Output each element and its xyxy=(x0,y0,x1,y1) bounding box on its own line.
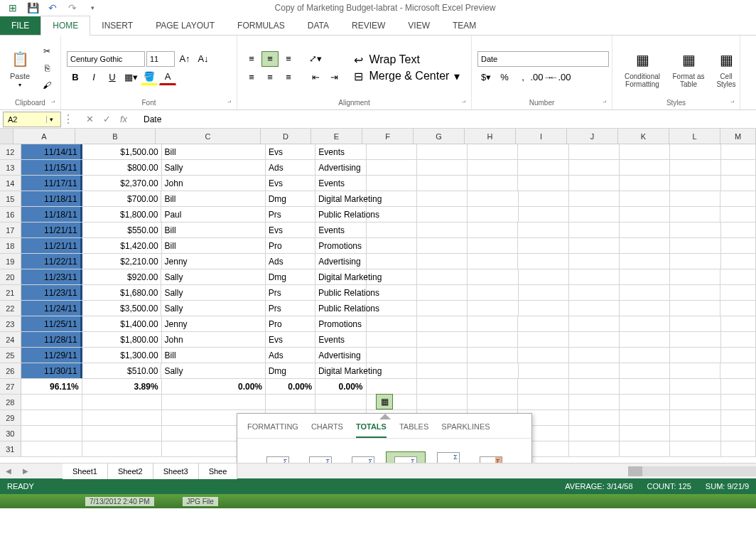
cell[interactable] xyxy=(417,363,468,378)
cell[interactable]: Evs xyxy=(266,223,315,237)
column-header-I[interactable]: I xyxy=(516,129,567,144)
cell[interactable] xyxy=(266,395,315,409)
sheet-tab-1[interactable]: Sheet1 xyxy=(63,464,108,479)
format-as-table-button[interactable]: ▦ Format as Table xyxy=(668,47,709,90)
cell[interactable] xyxy=(417,191,468,206)
cell[interactable] xyxy=(670,363,720,378)
tab-page-layout[interactable]: PAGE LAYOUT xyxy=(144,16,226,35)
cell[interactable] xyxy=(519,363,569,378)
row-header[interactable]: 30 xyxy=(0,426,21,441)
cell[interactable] xyxy=(569,426,620,441)
cell[interactable] xyxy=(670,223,720,237)
cell[interactable]: Digital Marketing xyxy=(315,191,367,206)
qa-item-average[interactable]: Average xyxy=(301,451,340,463)
cell[interactable] xyxy=(468,332,518,347)
increase-indent-icon[interactable]: ⇥ xyxy=(325,70,342,85)
cell[interactable] xyxy=(518,223,568,237)
cell[interactable] xyxy=(417,160,468,175)
cell[interactable] xyxy=(620,176,670,191)
cut-icon[interactable]: ✂ xyxy=(38,44,55,58)
cell[interactable] xyxy=(519,301,569,316)
cell[interactable]: 11/24/11 xyxy=(21,301,82,316)
cell[interactable] xyxy=(569,410,620,425)
align-center-icon[interactable]: ≡ xyxy=(261,70,279,85)
qa-tab-formatting[interactable]: FORMATTING xyxy=(247,422,298,438)
row-header[interactable]: 18 xyxy=(0,238,21,253)
cell[interactable]: Promotions xyxy=(315,238,366,253)
cell[interactable]: Advertising xyxy=(315,254,366,269)
conditional-formatting-button[interactable]: ▦ Conditional Formatting xyxy=(618,47,666,90)
percent-icon[interactable]: % xyxy=(496,70,513,85)
cell[interactable] xyxy=(620,160,670,175)
cell[interactable]: Sally xyxy=(161,301,265,316)
cell[interactable] xyxy=(721,316,756,331)
cell[interactable] xyxy=(620,441,670,456)
cell[interactable] xyxy=(569,254,620,269)
cell[interactable] xyxy=(518,254,568,269)
cell[interactable]: Pro xyxy=(266,238,315,253)
tab-file[interactable]: FILE xyxy=(0,16,40,35)
cell[interactable] xyxy=(720,301,756,316)
cell-styles-button[interactable]: ▦ Cell Styles xyxy=(711,47,742,90)
cell[interactable] xyxy=(417,144,468,159)
cell[interactable] xyxy=(367,176,417,191)
cell[interactable]: Promotions xyxy=(315,316,366,331)
cell[interactable] xyxy=(367,191,417,206)
cell[interactable] xyxy=(620,207,670,222)
cell[interactable] xyxy=(417,207,468,222)
cell[interactable] xyxy=(569,395,620,409)
cell[interactable] xyxy=(519,285,569,300)
row-header[interactable]: 21 xyxy=(0,285,21,300)
cell[interactable] xyxy=(21,426,82,441)
cell[interactable]: $700.00 xyxy=(82,191,162,206)
cell[interactable] xyxy=(519,191,569,206)
cell[interactable]: $1,800.00 xyxy=(82,207,162,222)
fill-color-button[interactable]: 🪣 xyxy=(141,70,158,85)
cell[interactable] xyxy=(367,363,417,378)
cell[interactable] xyxy=(721,395,756,409)
cell[interactable]: Dmg xyxy=(266,269,315,284)
redo-icon[interactable]: ↷ xyxy=(65,1,80,15)
cell[interactable] xyxy=(720,207,756,222)
cell[interactable] xyxy=(518,316,568,331)
cell[interactable] xyxy=(721,379,756,394)
cell[interactable] xyxy=(620,316,670,331)
cell[interactable] xyxy=(468,269,518,284)
cell[interactable] xyxy=(670,285,720,300)
cell[interactable]: Prs xyxy=(266,207,315,222)
cell[interactable] xyxy=(518,160,568,175)
row-header[interactable]: 14 xyxy=(0,176,21,191)
cell[interactable]: John xyxy=(162,176,266,191)
qa-item-sum[interactable]: Sum xyxy=(258,451,298,463)
cell[interactable] xyxy=(518,395,568,409)
merge-center-button[interactable]: ⊟ Merge & Center ▾ xyxy=(354,70,460,83)
cell[interactable] xyxy=(468,207,518,222)
horizontal-scrollbar[interactable] xyxy=(628,466,642,476)
cell[interactable] xyxy=(468,316,518,331)
cell[interactable] xyxy=(82,410,162,425)
increase-decimal-icon[interactable]: .00→ xyxy=(533,70,550,85)
cell[interactable] xyxy=(720,363,756,378)
cell[interactable]: 11/28/11 xyxy=(21,332,82,347)
cell[interactable] xyxy=(468,191,518,206)
cell[interactable]: Advertising xyxy=(315,348,366,363)
cell[interactable] xyxy=(468,254,518,269)
name-box[interactable]: A2▾ xyxy=(3,112,61,127)
cell[interactable]: $2,210.00 xyxy=(82,254,162,269)
cell[interactable] xyxy=(417,223,468,237)
cell[interactable]: Ads xyxy=(266,160,315,175)
cell[interactable]: Digital Marketing xyxy=(315,363,367,378)
column-header-E[interactable]: E xyxy=(311,129,362,144)
cell[interactable] xyxy=(468,223,518,237)
cell[interactable] xyxy=(468,144,518,159)
cell[interactable]: Sally xyxy=(161,363,265,378)
cell[interactable] xyxy=(367,160,417,175)
cell[interactable] xyxy=(569,176,620,191)
cell[interactable]: Public Relations xyxy=(315,207,367,222)
spreadsheet-grid[interactable]: ABCDEFGHIJKLM 1211/14/11$1,500.00BillEvs… xyxy=(0,129,756,463)
cell[interactable] xyxy=(518,176,568,191)
cell[interactable] xyxy=(720,285,756,300)
row-header[interactable]: 25 xyxy=(0,348,21,363)
cell[interactable] xyxy=(367,207,417,222)
row-header[interactable]: 31 xyxy=(0,441,21,456)
